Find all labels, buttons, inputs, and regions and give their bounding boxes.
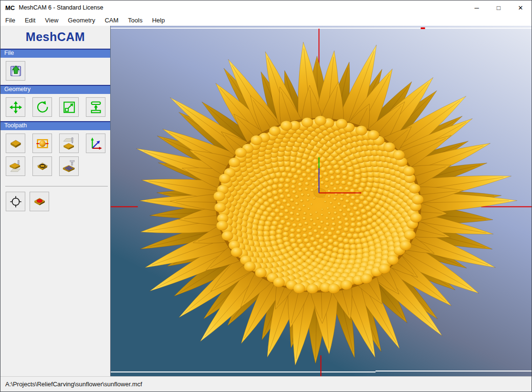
toolbar-row [6, 134, 110, 153]
menu-cam[interactable]: CAM [100, 16, 123, 25]
sidebar-sections: FileGeometryToolpath [0, 49, 110, 216]
open-file-icon [9, 64, 23, 78]
stock-icon [9, 136, 23, 151]
scale-icon [62, 100, 76, 114]
window-controls: ─ □ ✕ [466, 0, 532, 15]
toolbar-row [6, 61, 110, 81]
machine-bottom-icon [9, 159, 23, 174]
menu-bar: FileEditViewGeometryCAMToolsHelp [0, 15, 532, 26]
region-button[interactable] [32, 156, 52, 176]
crosshair-icon [9, 195, 23, 209]
section-header-toolpath: Toolpath [0, 121, 110, 130]
sidebar-footer [0, 188, 110, 216]
rotate-button[interactable] [32, 97, 52, 117]
section-content-toolpath [0, 130, 110, 180]
scale-button[interactable] [59, 97, 79, 117]
model-preview [111, 26, 532, 376]
app-window: MC MeshCAM 6 - Standard License ─ □ ✕ Fi… [0, 0, 532, 392]
maximize-button[interactable]: □ [488, 0, 510, 15]
machine-top-button[interactable] [59, 134, 79, 153]
rotate-icon [35, 100, 50, 114]
calc-toolpath-icon [62, 159, 76, 174]
app-logo: MeshCAM [0, 26, 110, 49]
origin-button[interactable] [86, 134, 105, 153]
machine-bottom-button[interactable] [6, 156, 25, 176]
window-title: MeshCAM 6 - Standard License [19, 4, 103, 11]
status-file-path: A:\Projects\ReliefCarving\sunflower\sunf… [5, 381, 142, 388]
sidebar: MeshCAM FileGeometryToolpath [0, 26, 110, 376]
toolbar-row [6, 97, 110, 117]
toolbar-row [6, 156, 110, 176]
move-button[interactable] [6, 97, 25, 117]
open-file-button[interactable] [6, 61, 25, 81]
section-header-geometry: Geometry [0, 85, 110, 94]
section-content-geometry [0, 94, 110, 121]
fit-stock-icon [35, 136, 50, 151]
minimize-button[interactable]: ─ [466, 0, 488, 15]
menu-tools[interactable]: Tools [123, 16, 147, 25]
title-bar[interactable]: MC MeshCAM 6 - Standard License ─ □ ✕ [0, 0, 532, 15]
fit-stock-button[interactable] [32, 134, 52, 153]
menu-geometry[interactable]: Geometry [63, 16, 100, 25]
machine-top-icon [62, 136, 76, 151]
calc-toolpath-button[interactable] [59, 156, 79, 176]
section-content-file [0, 58, 110, 85]
menu-file[interactable]: File [0, 16, 20, 25]
viewport-3d[interactable] [110, 26, 532, 376]
sidebar-divider [5, 186, 108, 186]
thickness-icon [89, 100, 103, 114]
menu-view[interactable]: View [40, 16, 63, 25]
stock-top-marker [421, 27, 425, 29]
simulation-icon [32, 195, 47, 209]
main-area: MeshCAM FileGeometryToolpath [0, 26, 532, 376]
move-icon [9, 100, 23, 114]
toolbar-row [6, 192, 110, 211]
simulation-button[interactable] [30, 192, 49, 211]
thickness-button[interactable] [86, 97, 105, 117]
section-header-file: File [0, 49, 110, 58]
status-bar: A:\Projects\ReliefCarving\sunflower\sunf… [0, 376, 532, 392]
menu-help[interactable]: Help [147, 16, 170, 25]
app-icon: MC [5, 4, 15, 11]
stock-button[interactable] [6, 134, 25, 153]
origin-icon [89, 136, 103, 151]
close-button[interactable]: ✕ [510, 0, 532, 15]
region-icon [35, 159, 50, 174]
crosshair-button[interactable] [6, 192, 25, 211]
menu-edit[interactable]: Edit [20, 16, 40, 25]
